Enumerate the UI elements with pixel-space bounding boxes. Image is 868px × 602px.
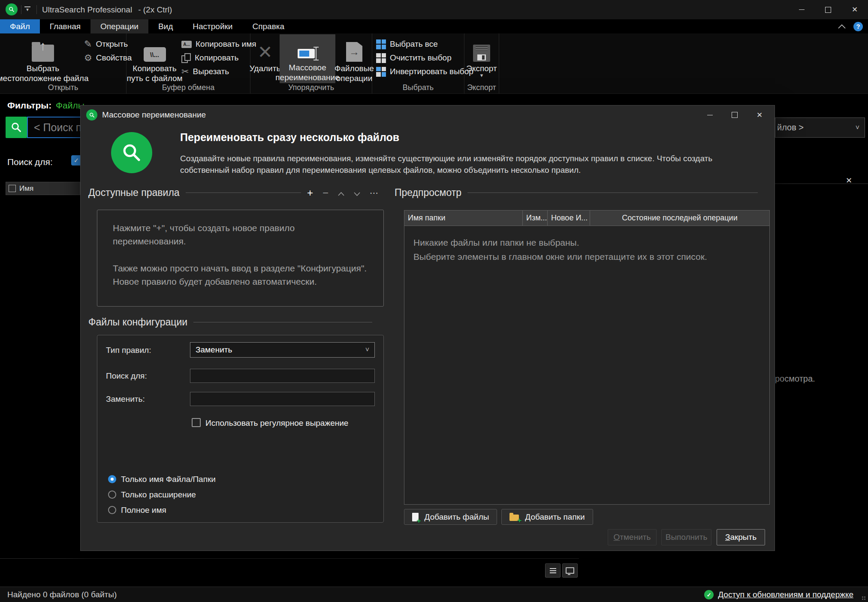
radio-extension-only-label: Только расширение (121, 490, 196, 500)
more-options-button[interactable]: ⋯ (370, 190, 378, 196)
result-count-dropdown[interactable]: йлов > ˅ (775, 117, 865, 138)
dialog-minimize-button[interactable] (697, 106, 722, 123)
search-button[interactable] (6, 117, 27, 138)
properties-button[interactable]: ⚙ Свойства (84, 51, 132, 65)
mass-rename-dialog: Массовое переименование ✕ Переименовать … (80, 105, 775, 551)
dialog-logo-icon (86, 109, 97, 120)
section-available-rules: Доступные правила + − ⋯ (88, 187, 378, 199)
ribbon-group-clipboard: \\... Копировать путь с файлом A... Копи… (127, 33, 250, 93)
dialog-close-button[interactable]: ✕ (747, 106, 772, 123)
tab-file[interactable]: Файл (0, 19, 40, 33)
help-icon[interactable]: ? (853, 22, 863, 31)
radio-full-name-label: Полное имя (121, 506, 166, 515)
column-header-name[interactable]: Имя (6, 182, 80, 195)
config-replace-input[interactable] (190, 392, 375, 406)
section-divider (467, 193, 758, 193)
select-file-location-button[interactable]: ↑ Выбрать местоположение файла (6, 35, 80, 83)
close-icon: ✕ (852, 6, 858, 13)
copy-name-button[interactable]: A... Копировать имя (181, 37, 256, 51)
column-new-name[interactable]: Новое И... (548, 211, 590, 226)
check-icon: ✓ (74, 157, 79, 164)
maximize-button[interactable] (815, 0, 841, 19)
section-divider (186, 193, 301, 193)
scissors-icon: ✂ (181, 66, 189, 77)
tab-operations[interactable]: Операции (90, 19, 148, 33)
column-changed[interactable]: Изм... (523, 211, 548, 226)
clear-selection-button[interactable]: Очистить выбор (376, 51, 452, 65)
ribbon-group-export: Экспорт ▾ Экспорт (464, 33, 499, 93)
gear-document-icon: ⚙ (84, 53, 92, 63)
execute-button[interactable]: Выполнить (661, 529, 711, 545)
configuration-box: Тип правил: Заменить ˅ Поиск для: Замени… (97, 335, 384, 523)
window-titlebar: ▾ UltraSearch Professional- (2x Ctrl) ✕ (0, 0, 868, 19)
rename-icon (297, 46, 318, 61)
invert-selection-button[interactable]: Инвертировать выбор (376, 65, 473, 78)
close-dialog-button[interactable]: Закрыть (717, 529, 765, 545)
preview-table[interactable]: Имя папки Изм... Новое И... Состояние по… (404, 210, 770, 505)
radio-full-name[interactable] (108, 506, 116, 514)
close-button[interactable]: ✕ (841, 0, 868, 19)
resize-grip[interactable] (862, 596, 866, 600)
list-view-toggle-button[interactable] (545, 563, 561, 578)
select-all-checkbox[interactable] (9, 185, 16, 192)
copy-button[interactable]: Копировать (181, 51, 238, 65)
rules-list-box[interactable]: Нажмите "+", чтобы создать новое правило… (97, 210, 384, 307)
search-icon (10, 121, 23, 134)
group-label-clipboard: Буфер обмена (127, 83, 250, 92)
collapse-ribbon-icon[interactable] (838, 23, 846, 30)
preview-empty-state: Никакие файлы или папки не выбраны. Выбе… (404, 226, 769, 264)
regex-label: Использовать регулярное выражение (205, 418, 348, 428)
copy-path-button[interactable]: \\... Копировать путь с файлом (130, 35, 179, 83)
dialog-title: Массовое переименование (102, 110, 206, 120)
tab-view[interactable]: Вид (148, 19, 183, 33)
titlebar-separator (36, 5, 37, 14)
add-rule-button[interactable]: + (307, 189, 313, 197)
cut-button[interactable]: ✂ Вырезать (181, 65, 229, 78)
dialog-titlebar: Массовое переименование ✕ (81, 105, 775, 124)
tab-settings[interactable]: Настройки (183, 19, 242, 33)
rule-type-label: Тип правил: (106, 346, 151, 355)
config-search-label: Поиск для: (106, 371, 147, 381)
status-found-text: Найдено 0 файлов (0 байты) (7, 587, 117, 602)
minimize-button[interactable] (788, 0, 815, 19)
name-column-label: Имя (19, 184, 33, 193)
tab-home[interactable]: Главная (40, 19, 90, 33)
radio-name-only[interactable] (108, 475, 116, 483)
config-search-input[interactable] (190, 369, 375, 383)
tab-help[interactable]: Справка (242, 19, 294, 33)
minimize-icon (799, 9, 805, 10)
rule-type-dropdown[interactable]: Заменить ˅ (190, 342, 375, 358)
move-rule-down-button[interactable] (354, 187, 360, 199)
status-bar: Найдено 0 файлов (0 байты) ✓ Доступ к об… (0, 587, 868, 602)
available-rules-title: Доступные правила (88, 187, 180, 199)
right-panel-divider (775, 184, 868, 184)
move-rule-up-button[interactable] (338, 187, 344, 199)
configuration-title: Файлы конфигурации (88, 316, 187, 328)
titlebar-separator (21, 5, 21, 14)
support-link[interactable]: Доступ к обновлениям и поддержке (718, 590, 853, 599)
delete-button[interactable]: ✕ Удалить (252, 35, 278, 73)
remove-rule-button[interactable]: − (322, 189, 329, 197)
select-all-button[interactable]: Выбрать все (376, 37, 438, 51)
radio-name-only-label: Только имя Файла/Папки (121, 475, 216, 484)
add-files-button[interactable]: + Добавить файлы (404, 509, 497, 525)
column-last-operation-status[interactable]: Состояние последней операции (590, 211, 769, 226)
grid-outline-icon (376, 53, 386, 63)
copy-pages-icon (181, 53, 191, 63)
app-logo-icon (6, 3, 18, 15)
cancel-button[interactable]: Отменить (608, 529, 657, 545)
column-folder-name[interactable]: Имя папки (404, 211, 523, 226)
panel-close-icon[interactable]: ✕ (846, 176, 852, 185)
add-folders-button[interactable]: + Добавить папки (501, 509, 593, 525)
radio-extension-only[interactable] (108, 491, 116, 499)
regex-checkbox[interactable] (192, 418, 201, 427)
mass-rename-button[interactable]: Массовое переименование (280, 34, 335, 83)
quick-access-dropdown-icon[interactable]: ▾ (24, 6, 30, 11)
section-preview: Предпросмотр (395, 187, 764, 199)
dialog-maximize-button[interactable] (722, 106, 747, 123)
open-button[interactable]: ✎ Открыть (84, 37, 128, 51)
export-button[interactable]: Экспорт ▾ (467, 35, 496, 78)
preview-pane-toggle-button[interactable] (562, 563, 578, 578)
file-operations-button[interactable]: → Файловые операции (338, 35, 371, 83)
grid-invert-icon (376, 67, 386, 77)
